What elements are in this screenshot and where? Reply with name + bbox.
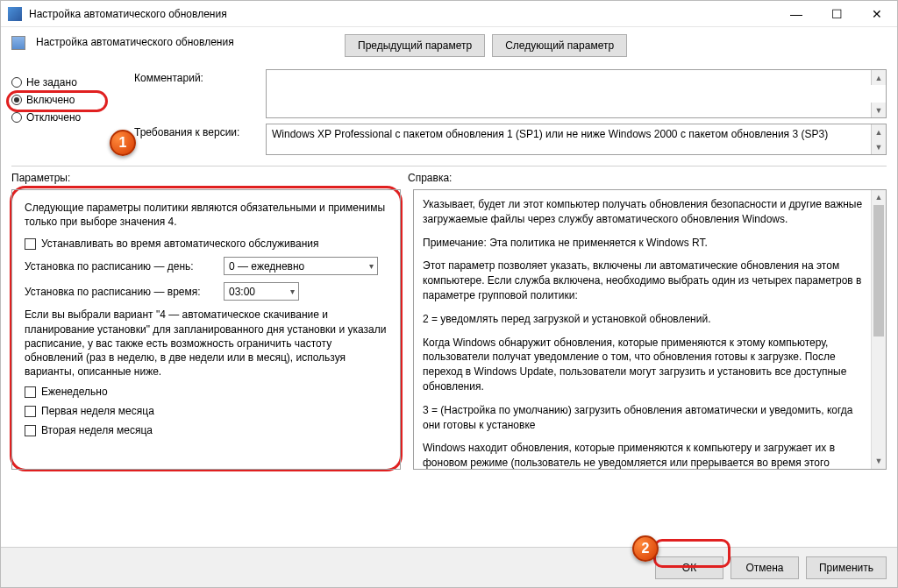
help-text: Этот параметр позволяет указать, включен… (423, 259, 868, 302)
radio-label: Отключено (26, 111, 81, 124)
schedule-day-combo[interactable]: 0 — ежедневно (224, 257, 378, 275)
titlebar: Настройка автоматического обновления — ☐… (1, 1, 897, 27)
requirements-label: Требования к версии: (134, 124, 266, 155)
policy-title: Настройка автоматического обновления (36, 34, 317, 48)
close-button[interactable]: ✕ (857, 1, 897, 27)
dialog-footer: ОК Отмена Применить (1, 547, 897, 587)
requirements-box: Windows XP Professional с пакетом обновл… (266, 124, 887, 155)
scroll-down-icon[interactable]: ▼ (871, 103, 886, 117)
policy-dialog: Настройка автоматического обновления — ☐… (0, 0, 898, 588)
checkbox-second-week[interactable]: Вторая неделя месяца (25, 424, 388, 436)
ok-button[interactable]: ОК (655, 556, 723, 579)
help-text: Когда Windows обнаружит обновления, кото… (423, 336, 868, 394)
schedule-time-combo[interactable]: 03:00 (224, 282, 299, 301)
cancel-button[interactable]: Отмена (731, 556, 799, 579)
app-icon (8, 7, 22, 21)
maximize-button[interactable]: ☐ (816, 1, 857, 27)
checkbox-install-during-maintenance[interactable]: Устанавливать во время автоматического о… (25, 237, 388, 250)
help-text: 2 = уведомлять перед загрузкой и установ… (423, 312, 868, 327)
window-title: Настройка автоматического обновления (29, 8, 776, 20)
schedule-day-label: Установка по расписанию — день: (25, 260, 213, 273)
separator (11, 166, 887, 166)
annotation-marker-2: 2 (632, 535, 659, 562)
help-panel[interactable]: Указывает, будет ли этот компьютер получ… (413, 189, 887, 470)
scroll-up-icon[interactable]: ▲ (872, 190, 886, 205)
radio-icon (11, 77, 22, 88)
checkbox-icon (25, 425, 36, 436)
params-paragraph: Если вы выбрали вариант "4 — автоматичес… (25, 308, 388, 379)
annotation-marker-1: 1 (110, 130, 136, 156)
header: Настройка автоматического обновления Пре… (1, 27, 897, 64)
help-text: Windows находит обновления, которые прим… (423, 441, 868, 470)
schedule-time-label: Установка по расписанию — время: (25, 286, 213, 298)
help-text: 3 = (Настройка по умолчанию) загрузить о… (423, 403, 868, 433)
state-radios: Не задано Включено Отключено (11, 69, 117, 160)
checkbox-weekly[interactable]: Еженедельно (25, 386, 388, 398)
checkbox-icon (25, 386, 36, 398)
radio-disabled[interactable]: Отключено (11, 111, 117, 124)
combo-value: 03:00 (229, 286, 255, 298)
checkbox-icon (25, 238, 36, 250)
help-text: Примечание: Эта политика не применяется … (423, 236, 868, 251)
previous-setting-button[interactable]: Предыдущий параметр (345, 34, 485, 57)
apply-button[interactable]: Применить (806, 556, 887, 579)
annotation-highlight-1 (6, 90, 108, 112)
help-scrollbar[interactable]: ▲ ▼ (871, 190, 886, 469)
scroll-down-icon[interactable]: ▼ (871, 139, 886, 154)
scroll-up-icon[interactable]: ▲ (871, 70, 886, 85)
parameters-heading: Параметры: (11, 172, 408, 184)
comment-textarea[interactable]: ▲ ▼ (266, 69, 887, 118)
policy-icon (11, 36, 25, 50)
checkbox-first-week[interactable]: Первая неделя месяца (25, 405, 388, 417)
radio-icon (11, 112, 22, 123)
parameters-panel: Следующие параметры политики являются об… (11, 189, 401, 470)
parameters-scroll[interactable]: Следующие параметры политики являются об… (11, 189, 401, 470)
requirements-text: Windows XP Professional с пакетом обновл… (272, 128, 828, 140)
checkbox-label: Еженедельно (41, 386, 108, 398)
scroll-up-icon[interactable]: ▲ (871, 124, 886, 139)
combo-value: 0 — ежедневно (229, 260, 304, 273)
scroll-down-icon[interactable]: ▼ (872, 454, 886, 469)
comment-label: Комментарий: (134, 69, 266, 118)
next-setting-button[interactable]: Следующий параметр (492, 34, 627, 57)
checkbox-label: Устанавливать во время автоматического о… (41, 237, 319, 250)
minimize-button[interactable]: — (776, 1, 816, 27)
checkbox-label: Первая неделя месяца (41, 405, 154, 417)
checkbox-label: Вторая неделя месяца (41, 424, 153, 436)
help-heading: Справка: (408, 172, 887, 184)
radio-not-configured[interactable]: Не задано (11, 76, 117, 89)
radio-label: Не задано (26, 76, 77, 89)
scrollbar-thumb[interactable] (873, 205, 884, 337)
params-note: Следующие параметры политики являются об… (25, 201, 388, 229)
checkbox-icon (25, 406, 36, 417)
help-text: Указывает, будет ли этот компьютер получ… (423, 197, 868, 227)
radio-enabled[interactable]: Включено (11, 94, 117, 106)
